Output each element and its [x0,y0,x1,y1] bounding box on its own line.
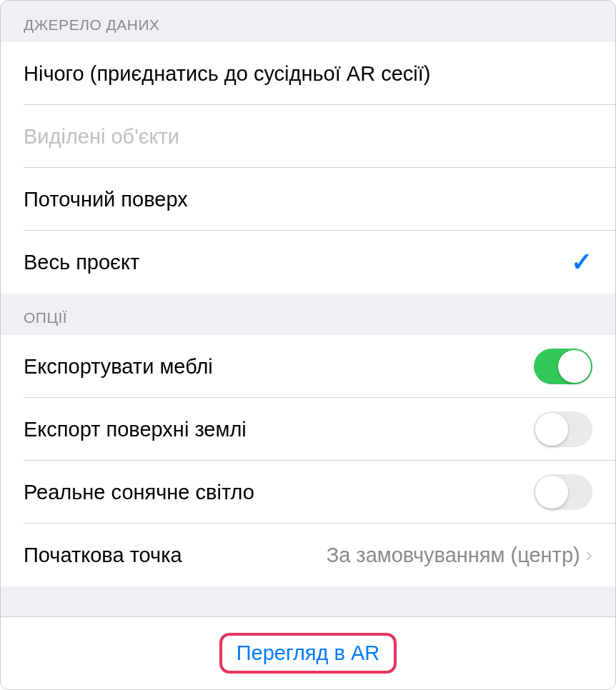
export-furniture-label: Експортувати меблі [24,355,213,379]
option-whole-project[interactable]: Весь проєкт ✓ [1,231,615,294]
export-ground-label: Експорт поверхні землі [24,418,247,441]
real-sunlight-label: Реальне сонячне світло [24,481,254,504]
option-selected-objects: Виділені об'єкти [1,105,615,168]
chevron-right-icon: › [586,544,592,566]
spacer [1,586,615,616]
preview-ar-button[interactable]: Перегляд в AR [219,633,397,674]
option-current-floor-label: Поточний поверх [24,188,188,211]
option-selected-label: Виділені об'єкти [24,125,179,149]
start-point-value: За замовчуванням (центр) [327,544,580,567]
option-whole-project-label: Весь проєкт [24,251,139,274]
data-source-list: Нічого (приєднатись до сусідньої AR сесі… [1,42,615,294]
option-none[interactable]: Нічого (приєднатись до сусідньої AR сесі… [1,42,615,105]
checkmark-icon: ✓ [571,247,592,277]
option-start-point[interactable]: Початкова точка За замовчуванням (центр)… [1,524,615,586]
switch-knob [535,413,568,446]
settings-panel: ДЖЕРЕЛО ДАНИХ Нічого (приєднатись до сус… [0,0,616,690]
switch-knob [558,350,591,383]
option-real-sunlight: Реальне сонячне світло [1,461,615,524]
export-ground-switch[interactable] [534,411,592,447]
real-sunlight-switch[interactable] [534,474,592,510]
option-none-label: Нічого (приєднатись до сусідньої AR сесі… [24,62,430,86]
option-current-floor[interactable]: Поточний поверх [1,168,615,231]
section-header-data-source: ДЖЕРЕЛО ДАНИХ [1,1,615,42]
start-point-label: Початкова точка [24,544,182,567]
section-header-options: ОПЦІЇ [1,294,615,335]
options-list: Експортувати меблі Експорт поверхні земл… [1,335,615,586]
switch-knob [535,476,568,509]
option-export-furniture: Експортувати меблі [1,335,615,398]
option-export-ground: Експорт поверхні землі [1,398,615,461]
footer: Перегляд в AR [1,616,615,689]
export-furniture-switch[interactable] [534,349,592,384]
